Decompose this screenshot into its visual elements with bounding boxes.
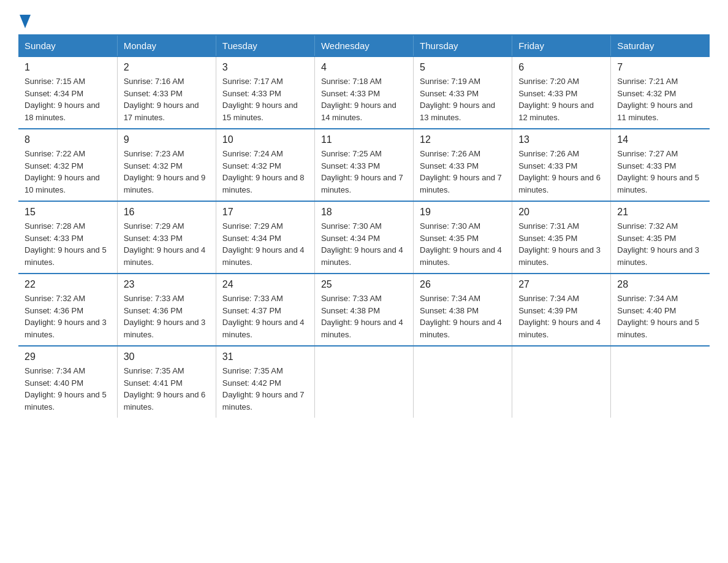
day-info: Sunrise: 7:34 AMSunset: 4:38 PMDaylight:… bbox=[420, 293, 506, 340]
logo-triangle-icon bbox=[20, 15, 31, 28]
day-info: Sunrise: 7:22 AMSunset: 4:32 PMDaylight:… bbox=[25, 148, 111, 196]
day-info: Sunrise: 7:19 AMSunset: 4:33 PMDaylight:… bbox=[420, 75, 506, 123]
calendar-day-header: Tuesday bbox=[216, 35, 314, 56]
day-info: Sunrise: 7:35 AMSunset: 4:41 PMDaylight:… bbox=[124, 365, 210, 413]
page-header bbox=[18, 15, 710, 28]
calendar-cell: 10 Sunrise: 7:24 AMSunset: 4:32 PMDaylig… bbox=[216, 129, 314, 201]
calendar-week-row: 1 Sunrise: 7:15 AMSunset: 4:34 PMDayligh… bbox=[18, 56, 710, 129]
day-info: Sunrise: 7:32 AMSunset: 4:35 PMDaylight:… bbox=[617, 220, 703, 268]
day-info: Sunrise: 7:26 AMSunset: 4:33 PMDaylight:… bbox=[518, 148, 604, 196]
day-number: 4 bbox=[321, 62, 407, 73]
calendar-cell: 2 Sunrise: 7:16 AMSunset: 4:33 PMDayligh… bbox=[117, 56, 216, 129]
calendar-cell: 25 Sunrise: 7:33 AMSunset: 4:38 PMDaylig… bbox=[314, 274, 413, 346]
day-number: 26 bbox=[420, 279, 506, 290]
day-number: 31 bbox=[222, 351, 308, 362]
day-info: Sunrise: 7:24 AMSunset: 4:32 PMDaylight:… bbox=[222, 148, 308, 196]
day-info: Sunrise: 7:16 AMSunset: 4:33 PMDaylight:… bbox=[124, 75, 210, 123]
calendar-cell: 8 Sunrise: 7:22 AMSunset: 4:32 PMDayligh… bbox=[18, 129, 117, 201]
day-info: Sunrise: 7:18 AMSunset: 4:33 PMDaylight:… bbox=[321, 75, 407, 123]
calendar-cell: 13 Sunrise: 7:26 AMSunset: 4:33 PMDaylig… bbox=[512, 129, 611, 201]
day-number: 5 bbox=[420, 62, 506, 73]
calendar-cell bbox=[512, 346, 611, 418]
calendar-day-header: Friday bbox=[512, 35, 611, 56]
calendar-header-row: SundayMondayTuesdayWednesdayThursdayFrid… bbox=[18, 35, 710, 56]
calendar-cell bbox=[314, 346, 413, 418]
calendar-week-row: 22 Sunrise: 7:32 AMSunset: 4:36 PMDaylig… bbox=[18, 274, 710, 346]
day-info: Sunrise: 7:30 AMSunset: 4:34 PMDaylight:… bbox=[321, 220, 407, 268]
day-info: Sunrise: 7:33 AMSunset: 4:36 PMDaylight:… bbox=[124, 293, 210, 340]
calendar-cell: 18 Sunrise: 7:30 AMSunset: 4:34 PMDaylig… bbox=[314, 201, 413, 274]
calendar-cell: 26 Sunrise: 7:34 AMSunset: 4:38 PMDaylig… bbox=[414, 274, 512, 346]
day-info: Sunrise: 7:15 AMSunset: 4:34 PMDaylight:… bbox=[25, 75, 111, 123]
day-info: Sunrise: 7:35 AMSunset: 4:42 PMDaylight:… bbox=[222, 365, 308, 413]
day-info: Sunrise: 7:27 AMSunset: 4:33 PMDaylight:… bbox=[617, 148, 703, 196]
calendar-week-row: 15 Sunrise: 7:28 AMSunset: 4:33 PMDaylig… bbox=[18, 201, 710, 274]
svg-marker-0 bbox=[20, 15, 31, 28]
day-info: Sunrise: 7:17 AMSunset: 4:33 PMDaylight:… bbox=[222, 75, 308, 123]
day-info: Sunrise: 7:21 AMSunset: 4:32 PMDaylight:… bbox=[617, 75, 703, 123]
calendar-cell: 30 Sunrise: 7:35 AMSunset: 4:41 PMDaylig… bbox=[117, 346, 216, 418]
day-number: 8 bbox=[25, 134, 111, 145]
day-number: 19 bbox=[420, 207, 506, 218]
calendar-cell: 6 Sunrise: 7:20 AMSunset: 4:33 PMDayligh… bbox=[512, 56, 611, 129]
day-info: Sunrise: 7:33 AMSunset: 4:38 PMDaylight:… bbox=[321, 293, 407, 340]
day-number: 14 bbox=[617, 134, 703, 145]
calendar-table: SundayMondayTuesdayWednesdayThursdayFrid… bbox=[18, 34, 710, 418]
day-number: 25 bbox=[321, 279, 407, 290]
calendar-cell: 15 Sunrise: 7:28 AMSunset: 4:33 PMDaylig… bbox=[18, 201, 117, 274]
calendar-cell: 22 Sunrise: 7:32 AMSunset: 4:36 PMDaylig… bbox=[18, 274, 117, 346]
calendar-day-header: Saturday bbox=[611, 35, 710, 56]
calendar-cell: 12 Sunrise: 7:26 AMSunset: 4:33 PMDaylig… bbox=[414, 129, 512, 201]
calendar-cell: 27 Sunrise: 7:34 AMSunset: 4:39 PMDaylig… bbox=[512, 274, 611, 346]
day-info: Sunrise: 7:33 AMSunset: 4:37 PMDaylight:… bbox=[222, 293, 308, 340]
day-number: 27 bbox=[518, 279, 604, 290]
day-info: Sunrise: 7:34 AMSunset: 4:40 PMDaylight:… bbox=[617, 293, 703, 340]
calendar-cell: 9 Sunrise: 7:23 AMSunset: 4:32 PMDayligh… bbox=[117, 129, 216, 201]
calendar-day-header: Thursday bbox=[414, 35, 512, 56]
day-number: 17 bbox=[222, 207, 308, 218]
calendar-cell: 1 Sunrise: 7:15 AMSunset: 4:34 PMDayligh… bbox=[18, 56, 117, 129]
day-number: 6 bbox=[518, 62, 604, 73]
day-info: Sunrise: 7:23 AMSunset: 4:32 PMDaylight:… bbox=[124, 148, 210, 196]
day-number: 18 bbox=[321, 207, 407, 218]
day-number: 16 bbox=[124, 207, 210, 218]
day-info: Sunrise: 7:28 AMSunset: 4:33 PMDaylight:… bbox=[25, 220, 111, 268]
logo bbox=[18, 15, 31, 28]
calendar-cell: 23 Sunrise: 7:33 AMSunset: 4:36 PMDaylig… bbox=[117, 274, 216, 346]
calendar-cell: 29 Sunrise: 7:34 AMSunset: 4:40 PMDaylig… bbox=[18, 346, 117, 418]
day-number: 11 bbox=[321, 134, 407, 145]
calendar-cell: 24 Sunrise: 7:33 AMSunset: 4:37 PMDaylig… bbox=[216, 274, 314, 346]
day-number: 30 bbox=[124, 351, 210, 362]
calendar-cell: 7 Sunrise: 7:21 AMSunset: 4:32 PMDayligh… bbox=[611, 56, 710, 129]
day-number: 1 bbox=[25, 62, 111, 73]
day-info: Sunrise: 7:32 AMSunset: 4:36 PMDaylight:… bbox=[25, 293, 111, 340]
day-number: 10 bbox=[222, 134, 308, 145]
day-info: Sunrise: 7:25 AMSunset: 4:33 PMDaylight:… bbox=[321, 148, 407, 196]
day-number: 15 bbox=[25, 207, 111, 218]
calendar-week-row: 8 Sunrise: 7:22 AMSunset: 4:32 PMDayligh… bbox=[18, 129, 710, 201]
calendar-cell: 14 Sunrise: 7:27 AMSunset: 4:33 PMDaylig… bbox=[611, 129, 710, 201]
calendar-cell: 31 Sunrise: 7:35 AMSunset: 4:42 PMDaylig… bbox=[216, 346, 314, 418]
day-info: Sunrise: 7:34 AMSunset: 4:40 PMDaylight:… bbox=[25, 365, 111, 413]
calendar-week-row: 29 Sunrise: 7:34 AMSunset: 4:40 PMDaylig… bbox=[18, 346, 710, 418]
calendar-cell: 3 Sunrise: 7:17 AMSunset: 4:33 PMDayligh… bbox=[216, 56, 314, 129]
day-number: 22 bbox=[25, 279, 111, 290]
day-info: Sunrise: 7:30 AMSunset: 4:35 PMDaylight:… bbox=[420, 220, 506, 268]
calendar-cell: 28 Sunrise: 7:34 AMSunset: 4:40 PMDaylig… bbox=[611, 274, 710, 346]
calendar-cell bbox=[414, 346, 512, 418]
calendar-cell: 11 Sunrise: 7:25 AMSunset: 4:33 PMDaylig… bbox=[314, 129, 413, 201]
day-info: Sunrise: 7:29 AMSunset: 4:33 PMDaylight:… bbox=[124, 220, 210, 268]
day-number: 9 bbox=[124, 134, 210, 145]
day-number: 28 bbox=[617, 279, 703, 290]
day-info: Sunrise: 7:31 AMSunset: 4:35 PMDaylight:… bbox=[518, 220, 604, 268]
calendar-cell: 20 Sunrise: 7:31 AMSunset: 4:35 PMDaylig… bbox=[512, 201, 611, 274]
day-number: 2 bbox=[124, 62, 210, 73]
calendar-cell: 5 Sunrise: 7:19 AMSunset: 4:33 PMDayligh… bbox=[414, 56, 512, 129]
day-info: Sunrise: 7:34 AMSunset: 4:39 PMDaylight:… bbox=[518, 293, 604, 340]
day-number: 3 bbox=[222, 62, 308, 73]
calendar-cell: 17 Sunrise: 7:29 AMSunset: 4:34 PMDaylig… bbox=[216, 201, 314, 274]
calendar-day-header: Sunday bbox=[18, 35, 117, 56]
day-number: 21 bbox=[617, 207, 703, 218]
day-number: 7 bbox=[617, 62, 703, 73]
calendar-cell: 21 Sunrise: 7:32 AMSunset: 4:35 PMDaylig… bbox=[611, 201, 710, 274]
